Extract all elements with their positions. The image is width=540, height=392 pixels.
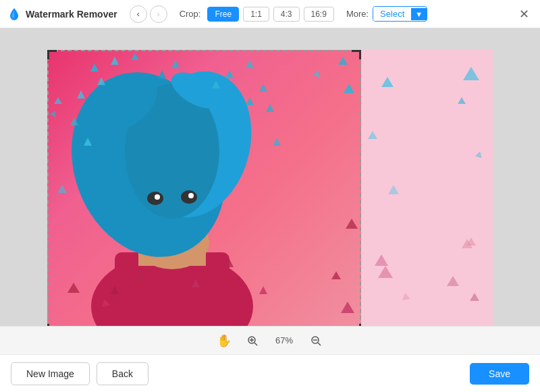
person-figure [61,50,284,333]
image-right-section [361,50,493,333]
svg-marker-14 [131,53,139,60]
zoom-in-button[interactable] [244,332,261,349]
crop-16-9-button[interactable]: 16:9 [304,7,334,22]
svg-marker-31 [97,77,105,85]
svg-line-42 [318,343,321,345]
zoom-level-text: 67% [272,335,296,345]
more-label: More: [346,9,369,19]
svg-marker-13 [111,57,119,65]
footer: New Image Back Save [0,354,540,392]
zoom-out-button[interactable] [307,332,325,349]
image-left-section [47,50,361,333]
svg-marker-22 [273,138,281,146]
close-button[interactable]: ✕ [514,5,533,24]
svg-marker-27 [259,286,267,294]
svg-marker-17 [259,84,267,92]
crop-label: Crop: [180,9,201,19]
svg-marker-28 [158,70,166,78]
main-image [47,50,493,333]
app-title: Watermark Remover [26,9,117,20]
crop-free-button[interactable]: Free [207,7,239,22]
svg-marker-32 [246,97,254,105]
canvas-area: ✋ 67% [0,28,540,354]
select-dropdown-arrow: ▼ [411,8,427,20]
hand-tool-button[interactable]: ✋ [215,332,233,349]
crop-options: Free 1:1 4:3 16:9 [207,7,333,22]
back-button[interactable]: Back [97,362,148,385]
svg-marker-15 [225,70,234,78]
forward-nav-button[interactable]: › [150,5,167,23]
svg-point-36 [188,193,194,198]
select-dropdown-label: Select [373,7,411,21]
zoom-bar: ✋ 67% [0,326,540,354]
svg-marker-21 [266,104,274,112]
svg-marker-18 [77,90,85,99]
svg-marker-29 [171,60,180,68]
title-bar: Watermark Remover ‹ › Crop: Free 1:1 4:3… [0,0,540,28]
svg-marker-16 [246,60,254,68]
image-container [47,50,493,333]
svg-marker-12 [90,63,99,72]
svg-line-38 [254,343,257,345]
crop-4-3-button[interactable]: 4:3 [273,7,300,22]
svg-point-35 [155,194,160,200]
select-dropdown[interactable]: Select ▼ [373,6,427,22]
crop-1-1-button[interactable]: 1:1 [243,7,269,22]
nav-buttons: ‹ › [130,5,167,23]
back-nav-button[interactable]: ‹ [130,5,147,23]
save-button[interactable]: Save [470,363,529,385]
app-logo [7,7,22,22]
new-image-button[interactable]: New Image [11,362,90,385]
